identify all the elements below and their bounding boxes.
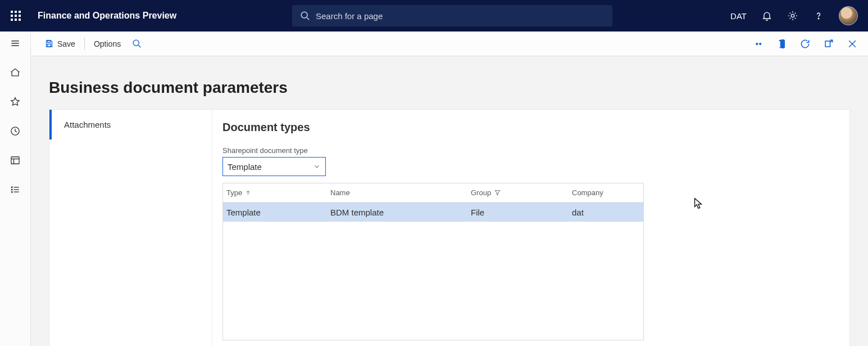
col-label: Company <box>572 188 603 197</box>
col-type[interactable]: Type <box>226 188 330 197</box>
help-button[interactable] <box>813 10 824 21</box>
divider <box>84 38 85 50</box>
save-button[interactable]: Save <box>39 35 81 52</box>
options-label: Options <box>94 39 121 48</box>
search-input[interactable]: Search for a page <box>292 5 612 26</box>
col-label: Type <box>226 188 242 197</box>
svg-rect-17 <box>48 41 51 43</box>
recents-button[interactable] <box>9 125 21 137</box>
workspace-icon <box>10 155 21 166</box>
svg-point-15 <box>11 191 12 192</box>
diamond-icon <box>752 38 764 50</box>
clock-icon <box>10 125 21 137</box>
topbar: Finance and Operations Preview Search fo… <box>0 0 868 32</box>
list-icon <box>10 184 21 195</box>
popout-button[interactable] <box>823 38 834 50</box>
tab-content: Document types Sharepoint document type … <box>212 110 849 346</box>
document-types-grid: Type Name Group <box>222 183 644 340</box>
svg-rect-8 <box>11 157 19 164</box>
parameters-card: Attachments Document types Sharepoint do… <box>49 109 850 346</box>
save-label: Save <box>57 39 75 48</box>
star-icon <box>10 96 21 107</box>
col-label: Name <box>330 188 350 197</box>
company-picker[interactable]: DAT <box>730 11 747 21</box>
left-rail <box>0 32 31 346</box>
options-button[interactable]: Options <box>88 36 126 52</box>
tab-attachments[interactable]: Attachments <box>49 110 212 140</box>
svg-point-3 <box>818 18 819 19</box>
close-button[interactable] <box>847 38 858 50</box>
refresh-button[interactable] <box>799 38 811 50</box>
col-label: Group <box>471 188 491 197</box>
table-row[interactable]: Template BDM template File dat <box>223 203 643 222</box>
notifications-button[interactable] <box>761 10 772 21</box>
gear-icon <box>787 10 798 21</box>
settings-button[interactable] <box>787 10 798 21</box>
close-icon <box>847 38 858 50</box>
nav-toggle-button[interactable] <box>9 37 21 50</box>
page-title: Business document parameters <box>49 79 850 97</box>
filter-icon <box>494 189 501 196</box>
chevron-down-icon <box>313 163 321 170</box>
action-right <box>752 38 862 50</box>
svg-line-1 <box>307 17 309 20</box>
svg-point-19 <box>133 40 139 46</box>
app-launcher-button[interactable] <box>0 0 31 32</box>
col-group[interactable]: Group <box>471 188 572 197</box>
svg-point-0 <box>301 12 307 18</box>
action-bar: Save Options <box>31 32 868 56</box>
svg-point-2 <box>791 14 794 17</box>
hamburger-icon <box>10 38 21 49</box>
avatar[interactable] <box>839 6 858 25</box>
cell-type: Template <box>226 208 330 217</box>
workspaces-button[interactable] <box>9 154 21 167</box>
svg-point-13 <box>11 189 12 190</box>
search-wrap: Search for a page <box>292 5 612 26</box>
popout-icon <box>823 38 834 50</box>
office-button[interactable] <box>776 38 787 50</box>
tab-label: Attachments <box>64 120 111 129</box>
dropdown-value: Template <box>228 162 262 172</box>
modules-button[interactable] <box>9 183 21 196</box>
svg-line-20 <box>139 45 141 47</box>
bell-icon <box>761 10 772 21</box>
col-name[interactable]: Name <box>330 188 471 197</box>
favorites-button[interactable] <box>9 96 21 108</box>
search-icon <box>132 39 142 48</box>
cell-group: File <box>471 208 572 217</box>
section-heading: Document types <box>222 121 839 134</box>
topbar-right: DAT <box>730 6 868 25</box>
sharepoint-type-dropdown[interactable]: Template <box>222 157 326 176</box>
page-body: Business document parameters Attachments… <box>31 56 868 346</box>
svg-point-11 <box>11 187 12 188</box>
cell-company: dat <box>572 208 640 217</box>
svg-rect-18 <box>48 44 51 47</box>
search-icon <box>300 11 310 21</box>
save-icon <box>44 39 54 48</box>
sort-asc-icon <box>245 190 251 196</box>
waffle-icon <box>11 11 21 21</box>
personalize-button[interactable] <box>752 38 764 50</box>
actionbar-search-button[interactable] <box>126 35 147 52</box>
grid-header: Type Name Group <box>223 183 643 203</box>
home-button[interactable] <box>9 66 21 79</box>
content-area: Save Options <box>31 32 868 346</box>
sharepoint-type-label: Sharepoint document type <box>222 146 839 155</box>
cell-name: BDM template <box>330 208 471 217</box>
tab-strip: Attachments <box>49 110 212 346</box>
refresh-icon <box>799 38 811 50</box>
help-icon <box>813 10 824 21</box>
app-title: Finance and Operations Preview <box>38 11 176 21</box>
office-icon <box>776 39 787 49</box>
search-placeholder: Search for a page <box>316 11 383 21</box>
col-company[interactable]: Company <box>572 188 640 197</box>
home-icon <box>10 67 21 78</box>
